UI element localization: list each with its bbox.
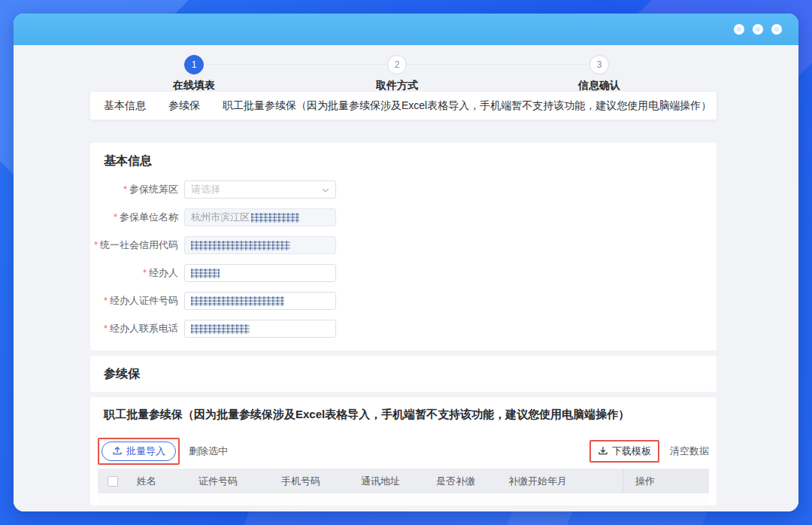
field-label: 经办人联系电话	[110, 323, 178, 334]
agent-id-input[interactable]	[184, 292, 336, 310]
download-icon	[598, 445, 608, 458]
table-header: 姓名 证件号码 手机号码 通讯地址 是否补缴 补缴开始年月 操作	[98, 469, 709, 493]
required-asterisk: *	[114, 211, 117, 223]
form-row-credit-code: *统一社会信用代码	[90, 236, 336, 254]
column-header-start-month: 补缴开始年月	[499, 475, 623, 488]
field-label: 参保统筹区	[129, 184, 178, 195]
batch-toolbar: 批量导入 删除选中 下载模板 清空数据	[98, 437, 709, 466]
step-label: 在线填表	[149, 79, 239, 93]
step-label: 信息确认	[554, 79, 644, 93]
step-number: 2	[387, 55, 407, 74]
step-info-confirm[interactable]: 3 信息确认	[554, 45, 644, 93]
delete-selected-button[interactable]: 删除选中	[189, 445, 228, 458]
section-nav-bar: 基本信息 参续保 职工批量参续保（因为批量参续保涉及Excel表格导入，手机端暂…	[90, 92, 717, 120]
chevron-down-icon	[321, 186, 330, 197]
field-label: 经办人	[149, 267, 178, 278]
form-row-agent-name: *经办人	[90, 264, 336, 282]
form-row-unit-name: *参保单位名称 杭州市滨江区	[90, 208, 336, 226]
step-number: 1	[184, 55, 204, 74]
batch-import-label: 批量导入	[126, 445, 165, 458]
download-template-label: 下载模板	[612, 445, 651, 458]
required-asterisk: *	[123, 184, 127, 195]
agent-phone-input[interactable]	[184, 320, 336, 338]
page-content: 1 在线填表 2 取件方式 3 信息确认 基本信息 参续保 职工批量参续保（因为…	[14, 45, 798, 511]
tab-renewal[interactable]: 参续保	[168, 99, 200, 113]
redacted-value	[191, 296, 284, 306]
form-row-pooling-area: *参保统筹区 请选择	[90, 181, 336, 199]
section-title: 参续保	[104, 366, 140, 382]
required-asterisk: *	[94, 239, 98, 250]
basic-info-form: *参保统筹区 请选择 *参保单位名称 杭州市滨江区	[90, 143, 717, 351]
window-dot-icon[interactable]	[753, 24, 763, 35]
required-asterisk: *	[143, 267, 147, 278]
redacted-value	[191, 324, 250, 334]
download-template-button[interactable]: 下载模板	[589, 440, 659, 463]
step-number: 3	[589, 55, 609, 74]
unit-name-input: 杭州市滨江区	[184, 208, 336, 226]
column-header-phone: 手机号码	[272, 475, 352, 488]
column-header-actions: 操作	[623, 469, 709, 493]
window-dot-icon[interactable]	[771, 24, 782, 35]
field-label: 经办人证件号码	[110, 295, 178, 306]
select-all-checkbox[interactable]	[108, 476, 118, 487]
redacted-value	[191, 269, 220, 278]
batch-import-button[interactable]: 批量导入	[102, 442, 176, 461]
stepper: 1 在线填表 2 取件方式 3 信息确认	[14, 45, 798, 90]
basic-info-section: 基本信息 *参保统筹区 请选择 *参保单位名称 杭州市滨江区	[90, 143, 717, 351]
window-dot-icon[interactable]	[734, 24, 744, 35]
field-value: 杭州市滨江区	[191, 211, 250, 224]
table-body-empty	[98, 493, 709, 505]
agent-name-input[interactable]	[184, 264, 336, 282]
required-asterisk: *	[104, 295, 108, 306]
upload-icon	[112, 445, 123, 458]
form-row-agent-phone: *经办人联系电话	[90, 320, 336, 338]
required-asterisk: *	[104, 323, 108, 334]
column-header-address: 通讯地址	[352, 475, 427, 488]
batch-renewal-section: 职工批量参续保（因为批量参续保涉及Excel表格导入，手机端暂不支持该功能，建议…	[90, 397, 717, 505]
step-label: 取件方式	[352, 79, 442, 93]
redacted-value	[191, 241, 290, 250]
column-header-id-number: 证件号码	[189, 475, 272, 488]
pooling-area-select[interactable]: 请选择	[184, 181, 336, 199]
tab-basic-info[interactable]: 基本信息	[104, 99, 146, 113]
form-row-agent-id: *经办人证件号码	[90, 292, 336, 310]
redacted-value	[251, 213, 299, 223]
import-highlight-box: 批量导入	[98, 438, 180, 465]
column-header-name: 姓名	[128, 475, 189, 488]
column-header-supplement: 是否补缴	[427, 475, 499, 488]
credit-code-input	[184, 236, 336, 254]
select-placeholder: 请选择	[191, 183, 220, 196]
field-label: 统一社会信用代码	[100, 239, 178, 250]
clear-data-button[interactable]: 清空数据	[670, 445, 709, 458]
section-title: 职工批量参续保（因为批量参续保涉及Excel表格导入，手机端暂不支持该功能，建议…	[104, 408, 629, 422]
step-online-form[interactable]: 1 在线填表	[149, 45, 239, 93]
renewal-section: 参续保	[90, 356, 717, 392]
app-window: 1 在线填表 2 取件方式 3 信息确认 基本信息 参续保 职工批量参续保（因为…	[14, 14, 798, 511]
step-pickup-method[interactable]: 2 取件方式	[352, 45, 442, 93]
title-bar	[14, 14, 798, 45]
field-label: 参保单位名称	[120, 211, 178, 223]
tab-batch-renewal[interactable]: 职工批量参续保（因为批量参续保涉及Excel表格导入，手机端暂不支持该功能，建议…	[223, 99, 711, 113]
